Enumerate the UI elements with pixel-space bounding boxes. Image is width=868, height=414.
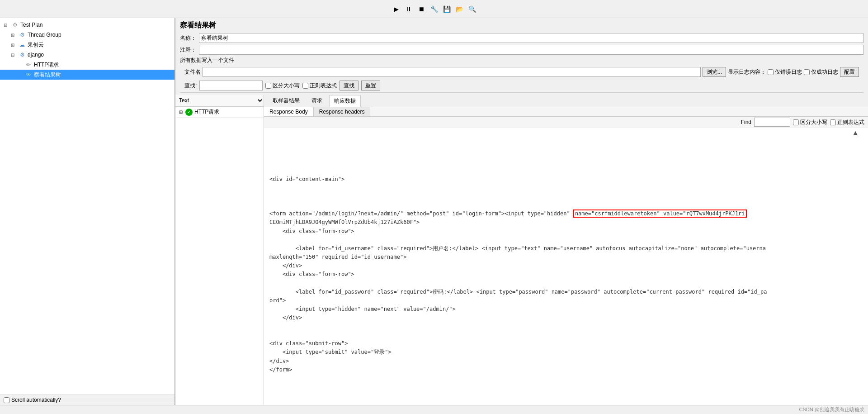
django-icon: ⚙ <box>18 51 26 59</box>
find-regex-checkbox[interactable] <box>830 119 836 125</box>
find-row: Find 区分大小写 正则表达式 <box>264 117 868 128</box>
write-all-label: 所有数据写入一个文件 <box>180 57 234 64</box>
sub-tabs-row: Response Body Response headers <box>264 107 868 117</box>
browse-button[interactable]: 浏览... <box>703 67 726 77</box>
content-area: Text HTML JSON XML ⊞ ✓ HTTP请求 <box>175 95 868 405</box>
tree-expand-guochuangyun[interactable]: ⊞ <box>11 43 18 48</box>
regex-label: 正则表达式 <box>310 82 337 90</box>
tree-area: ⊟ ⚙ Test Plan ⊞ ⚙ Thread Group ⊞ ☁ 果创云 ⊟… <box>0 18 175 395</box>
comment-label: 注释： <box>180 46 196 54</box>
sample-label: HTTP请求 <box>194 108 219 116</box>
left-panel: ⊟ ⚙ Test Plan ⊞ ⚙ Thread Group ⊞ ☁ 果创云 ⊟… <box>0 18 175 405</box>
tree-item-view-results[interactable]: 👁 察看结果树 <box>0 70 175 80</box>
tree-item-guochuangyun[interactable]: ⊞ ☁ 果创云 <box>0 40 175 50</box>
sample-status-icon: ✓ <box>185 109 193 116</box>
toolbar-icon-6[interactable]: 📂 <box>454 4 465 14</box>
sample-dropdown-row: Text HTML JSON XML <box>175 95 264 107</box>
tree-item-test-plan[interactable]: ⊟ ⚙ Test Plan <box>0 20 175 30</box>
scroll-auto-label: Scroll automatically? <box>11 397 61 403</box>
right-panel: 察看结果树 名称： 注释： 所有数据写入一个文件 文件名 浏览... 显示日志内… <box>175 18 868 405</box>
tree-item-django[interactable]: ⊟ ⚙ django <box>0 50 175 60</box>
comment-row: 注释： <box>180 45 863 55</box>
tab-sampler-result[interactable]: 取样器结果 <box>268 95 305 107</box>
file-input[interactable] <box>203 67 701 77</box>
tree-label-test-plan: Test Plan <box>20 22 42 28</box>
watermark: CSDN @别追我我有止咳糖浆 <box>799 406 864 413</box>
find-button[interactable]: 查找 <box>340 81 359 90</box>
view-results-icon: 👁 <box>24 71 33 79</box>
search-row: 查找: 区分大小写 正则表达式 查找 重置 <box>180 79 863 93</box>
left-bottom: Scroll automatically? <box>0 395 175 405</box>
file-label: 文件名 <box>184 68 201 76</box>
tree-expand-test-plan[interactable]: ⊟ <box>4 23 11 28</box>
case-sensitive-label: 区分大小写 <box>273 82 300 90</box>
response-content[interactable]: <div id="content-main"><form action="/ad… <box>264 137 868 405</box>
tree-item-thread-group[interactable]: ⊞ ⚙ Thread Group <box>0 30 175 40</box>
toolbar-icon-7[interactable]: 🔍 <box>467 4 477 14</box>
find-regex-item: 正则表达式 <box>830 119 864 126</box>
toolbar-icon-5[interactable]: 💾 <box>441 4 452 14</box>
toolbar-icons: ▶ ⏸ ⏹ 🔧 💾 📂 🔍 <box>391 4 477 14</box>
scroll-auto-checkbox[interactable] <box>4 397 9 403</box>
right-header: 察看结果树 名称： 注释： 所有数据写入一个文件 文件名 浏览... 显示日志内… <box>175 18 868 95</box>
errors-only-checkbox[interactable] <box>768 69 774 75</box>
test-plan-icon: ⚙ <box>11 21 19 29</box>
main-tabs-row: 取样器结果 请求 响应数据 <box>264 95 868 107</box>
tree-expand-thread-group[interactable]: ⊞ <box>11 33 18 38</box>
name-row: 名称： <box>180 33 863 43</box>
find-input[interactable] <box>754 118 790 127</box>
errors-only-label: 仅错误日志 <box>775 68 802 76</box>
find-case-checkbox[interactable] <box>793 119 799 125</box>
search-input[interactable] <box>199 81 263 90</box>
success-only-item: 仅成功日志 <box>804 68 838 76</box>
file-input-area: 文件名 浏览... 显示日志内容： 仅错误日志 仅成功日志 配置 <box>180 66 863 79</box>
write-all-row: 所有数据写入一个文件 <box>180 57 863 64</box>
sample-list-panel: Text HTML JSON XML ⊞ ✓ HTTP请求 <box>175 95 264 405</box>
errors-only-item: 仅错误日志 <box>768 68 802 76</box>
sub-tab-response-headers[interactable]: Response headers <box>314 107 371 116</box>
name-input[interactable] <box>199 33 863 43</box>
toolbar-icon-1[interactable]: ▶ <box>391 4 401 14</box>
sample-items: ⊞ ✓ HTTP请求 <box>175 107 264 405</box>
sample-item-http[interactable]: ⊞ ✓ HTTP请求 <box>175 107 264 118</box>
reset-button[interactable]: 重置 <box>361 81 380 90</box>
tree-label-view-results: 察看结果树 <box>34 71 61 79</box>
right-title: 察看结果树 <box>180 21 863 30</box>
top-toolbar: ▶ ⏸ ⏹ 🔧 💾 📂 🔍 <box>0 0 868 18</box>
scroll-up-indicator: ▲ <box>264 128 868 137</box>
find-case-item: 区分大小写 <box>793 119 827 126</box>
http-request-icon: ✏ <box>24 61 33 69</box>
case-sensitive-item: 区分大小写 <box>265 82 300 90</box>
tab-request[interactable]: 请求 <box>307 95 327 107</box>
response-panel: 取样器结果 请求 响应数据 Response Body Response <box>264 95 868 405</box>
sample-expand-icon[interactable]: ⊞ <box>179 109 185 114</box>
toolbar-icon-3[interactable]: ⏹ <box>416 4 427 14</box>
tree-label-thread-group: Thread Group <box>28 32 61 38</box>
success-only-checkbox[interactable] <box>804 69 810 75</box>
tree-expand-django[interactable]: ⊟ <box>11 52 18 57</box>
tree-label-http-request: HTTP请求 <box>34 61 59 69</box>
text-format-dropdown[interactable]: Text HTML JSON XML <box>175 95 264 106</box>
success-only-label: 仅成功日志 <box>811 68 838 76</box>
regex-checkbox[interactable] <box>302 83 308 89</box>
tree-item-http-request[interactable]: ✏ HTTP请求 <box>0 60 175 70</box>
toolbar-icon-4[interactable]: 🔧 <box>429 4 439 14</box>
case-sensitive-checkbox[interactable] <box>265 83 271 89</box>
sub-tab-response-body[interactable]: Response Body <box>264 107 314 116</box>
guochuangyun-icon: ☁ <box>18 41 26 49</box>
tab-response-data[interactable]: 响应数据 <box>329 95 361 107</box>
main-layout: ⊟ ⚙ Test Plan ⊞ ⚙ Thread Group ⊞ ☁ 果创云 ⊟… <box>0 18 868 405</box>
config-button[interactable]: 配置 <box>840 67 859 77</box>
regex-item: 正则表达式 <box>302 82 337 90</box>
find-label: Find <box>741 119 751 125</box>
name-label: 名称： <box>180 34 196 42</box>
status-bar: CSDN @别追我我有止咳糖浆 <box>0 405 868 414</box>
log-display-label: 显示日志内容： <box>728 68 766 76</box>
find-case-label: 区分大小写 <box>800 119 827 126</box>
find-regex-label: 正则表达式 <box>837 119 864 126</box>
thread-group-icon: ⚙ <box>18 31 26 39</box>
tree-label-django: django <box>28 52 44 58</box>
tree-label-guochuangyun: 果创云 <box>28 41 44 49</box>
comment-input[interactable] <box>199 45 863 55</box>
toolbar-icon-2[interactable]: ⏸ <box>403 4 414 14</box>
